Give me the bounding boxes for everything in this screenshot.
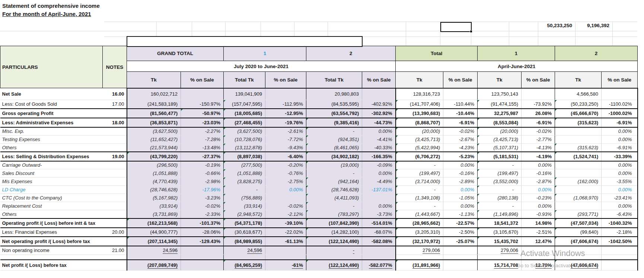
row-label[interactable]: LD Charge: [0, 186, 103, 194]
row-note[interactable]: [103, 178, 127, 186]
cell[interactable]: -6.91%: [602, 144, 638, 152]
cell[interactable]: -73.92%: [522, 100, 555, 109]
cell[interactable]: (47,606,674): [555, 237, 602, 246]
cell[interactable]: -3.73%: [362, 210, 396, 218]
cell[interactable]: -1.05%: [443, 194, 478, 202]
cell[interactable]: (207,114,345): [127, 237, 181, 246]
cell[interactable]: -110.44%: [443, 100, 478, 109]
cell[interactable]: (3,828,275): [224, 178, 265, 186]
selected-cell[interactable]: [440, 22, 472, 32]
subheader-total-tk[interactable]: Total Tk: [306, 72, 362, 88]
subheader-total-tk[interactable]: Total Tk: [224, 72, 265, 88]
cell[interactable]: (783,297): [306, 210, 362, 218]
cell[interactable]: (315,623): [555, 118, 602, 127]
cell[interactable]: -0.02%: [265, 202, 306, 210]
cell[interactable]: -2.18%: [602, 228, 638, 237]
cell[interactable]: -19.76%: [265, 118, 306, 127]
cell[interactable]: (162,000): [555, 178, 602, 186]
cell[interactable]: -23.03%: [181, 118, 224, 127]
cell[interactable]: -9.43%: [265, 144, 306, 152]
cell[interactable]: 139,041,909: [224, 88, 265, 100]
cell[interactable]: -22.02%: [265, 228, 306, 237]
cell[interactable]: (28,965,662): [396, 218, 443, 228]
row-note[interactable]: [103, 186, 127, 194]
cell[interactable]: -2.51%: [522, 228, 555, 237]
row-note[interactable]: [103, 169, 127, 178]
cell[interactable]: 4,566,580: [555, 88, 602, 100]
row-label[interactable]: [0, 255, 103, 260]
cell[interactable]: [602, 260, 638, 271]
cell[interactable]: (162,213,568): [127, 218, 181, 228]
row-note[interactable]: 17.00: [103, 100, 127, 109]
cell[interactable]: (14,282,100): [306, 228, 362, 237]
cell[interactable]: -: [306, 169, 362, 178]
cell[interactable]: -6.91%: [522, 118, 555, 127]
row-note[interactable]: 21.00: [103, 246, 127, 255]
cell[interactable]: (280,138): [478, 194, 522, 202]
cell[interactable]: -33.39%: [602, 152, 638, 161]
cell[interactable]: (122,124,490): [306, 260, 362, 271]
cell[interactable]: (84,535,595): [306, 100, 362, 109]
cell[interactable]: -61.13%: [265, 237, 306, 246]
cell[interactable]: [443, 88, 478, 100]
cell[interactable]: (756,889): [224, 194, 265, 202]
cell[interactable]: -10.44%: [443, 109, 478, 118]
row-label[interactable]: Others: [0, 144, 103, 152]
cell[interactable]: -112.95%: [265, 100, 306, 109]
cell[interactable]: -302.92%: [362, 109, 396, 118]
cell[interactable]: (199,497): [478, 169, 522, 178]
cell[interactable]: -0.23%: [522, 194, 555, 202]
cell[interactable]: -6.91%: [602, 118, 638, 127]
cell[interactable]: [602, 246, 638, 255]
cell[interactable]: 0.00%: [443, 202, 478, 210]
cell[interactable]: -: [306, 202, 362, 210]
cell[interactable]: (3,105,670): [478, 228, 522, 237]
cell[interactable]: -27.37%: [181, 152, 224, 161]
cell[interactable]: (36,853,871): [127, 118, 181, 127]
cell[interactable]: -4.13%: [522, 144, 555, 152]
cell[interactable]: 14.98%: [522, 218, 555, 228]
row-note[interactable]: [103, 161, 127, 169]
cell[interactable]: (8,897,038): [224, 152, 265, 161]
cell[interactable]: (1,349,108): [396, 194, 443, 202]
cell[interactable]: (199,497): [396, 169, 443, 178]
cell[interactable]: (44,900,777): [127, 228, 181, 237]
cell[interactable]: -: [478, 161, 522, 169]
cell[interactable]: -2.27%: [181, 127, 224, 135]
cell[interactable]: -2.50%: [443, 228, 478, 237]
cell[interactable]: (5,181,531): [478, 152, 522, 161]
cell[interactable]: -44.73%: [362, 118, 396, 127]
cell[interactable]: 18,541,372: [478, 218, 522, 228]
row-note[interactable]: 16.00: [103, 88, 127, 100]
cell[interactable]: 123,750,143: [478, 88, 522, 100]
cell[interactable]: (1,051,888): [127, 169, 181, 178]
cell[interactable]: 279,006: [396, 246, 443, 255]
subheader-tk[interactable]: Tk: [555, 72, 602, 88]
row-label[interactable]: Gross operating Profit: [0, 109, 103, 118]
cell[interactable]: [362, 255, 396, 260]
cell[interactable]: (84,989,855): [224, 237, 265, 246]
cell[interactable]: -402.92%: [362, 100, 396, 109]
cell[interactable]: (11,652,427): [127, 135, 181, 144]
cell[interactable]: 0.00%: [602, 202, 638, 210]
cell[interactable]: [602, 255, 638, 260]
cell[interactable]: -3.23%: [181, 194, 224, 202]
cell[interactable]: (63,554,792): [306, 109, 362, 118]
cell[interactable]: 0.00%: [265, 186, 306, 194]
section-header-right-1[interactable]: 1: [478, 46, 555, 61]
row-label[interactable]: Testing Expenses: [0, 135, 103, 144]
cell[interactable]: -12.95%: [265, 109, 306, 118]
row-note[interactable]: [103, 210, 127, 218]
cell[interactable]: [555, 169, 602, 178]
section-header-grand-total[interactable]: GRAND TOTAL: [127, 46, 224, 61]
cell[interactable]: (47,507,034): [555, 218, 602, 228]
cell[interactable]: (5,167,982): [127, 194, 181, 202]
cell[interactable]: (45,666,670): [555, 109, 602, 118]
row-label[interactable]: Others: [0, 210, 103, 218]
subheader-pct[interactable]: % on Sale: [443, 72, 478, 88]
cell[interactable]: -6.91%: [443, 118, 478, 127]
cell[interactable]: (99,640): [555, 228, 602, 237]
cell[interactable]: 128,316,723: [396, 88, 443, 100]
cell[interactable]: -7.72%: [265, 135, 306, 144]
cell[interactable]: 0.00%: [602, 186, 638, 194]
